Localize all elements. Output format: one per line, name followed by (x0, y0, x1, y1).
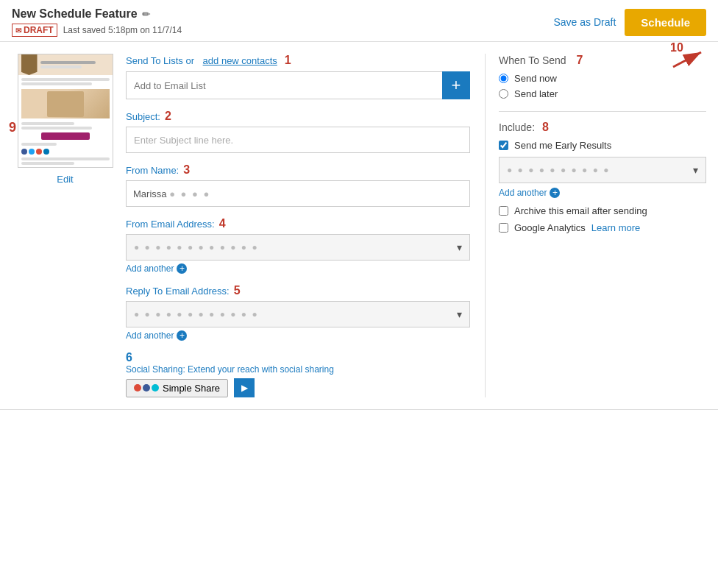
add-another-reply-button[interactable]: Add another + (126, 330, 470, 341)
tag-icon (21, 54, 38, 75)
archive-label: Archive this email after sending (514, 205, 647, 216)
step-4-label: 4 (219, 217, 226, 230)
include-email-blurred: ● ● ● ● ● ● ● ● ● ● (507, 165, 611, 175)
simple-share-label: Simple Share (163, 383, 220, 394)
plus-circle-icon: + (177, 263, 187, 274)
social-sharing-section: 6 Social Sharing: Extend your reach with… (126, 351, 470, 397)
send-now-row: Send now (499, 73, 706, 84)
from-email-label: From Email Address: 4 (126, 217, 470, 230)
step-2-label: 2 (165, 110, 171, 123)
preview-line (21, 162, 74, 165)
plus-circle-icon-2: + (177, 330, 187, 341)
share-icon-red (134, 384, 141, 392)
add-list-row: + (126, 71, 470, 99)
send-later-label: Send later (514, 88, 558, 99)
from-name-input[interactable] (126, 180, 470, 207)
reply-email-blurred: ● ● ● ● ● ● ● ● ● ● ● ● (134, 309, 259, 319)
preview-social-icons (21, 149, 110, 155)
social-sharing-label: 6 Social Sharing: Extend your reach with… (126, 351, 470, 375)
subject-input[interactable] (126, 127, 470, 153)
preview-panel: 9 (12, 54, 118, 397)
edit-link[interactable]: Edit (57, 174, 73, 185)
draft-row: ✉ DRAFT Last saved 5:18pm on 11/7/14 (12, 24, 182, 37)
preview-body (18, 75, 113, 168)
preview-image-block (21, 89, 110, 118)
preview-line (21, 122, 74, 125)
from-email-blurred: ● ● ● ● ● ● ● ● ● ● ● ● (134, 242, 259, 252)
preview-line (21, 127, 92, 130)
last-saved-text: Last saved 5:18pm on 11/7/14 (63, 25, 182, 35)
include-title: Include: 8 (499, 121, 706, 134)
add-another-from-button[interactable]: Add another + (126, 263, 470, 274)
step-6-label: 6 (126, 351, 132, 364)
step-5-label: 5 (234, 284, 241, 297)
analytics-checkbox[interactable] (499, 223, 508, 233)
top-left: New Schedule Feature ✏ ✉ DRAFT Last save… (12, 7, 182, 37)
from-name-section: From Name: 3 Marissa ● ● ● ● (126, 163, 470, 207)
analytics-label: Google Analytics (514, 222, 586, 233)
preview-cta-button (41, 132, 90, 140)
share-arrow-button[interactable]: ▶ (234, 378, 255, 397)
send-to-section: Send To Lists or add new contacts 1 + (126, 54, 470, 99)
add-another-include-button[interactable]: Add another + (499, 188, 706, 198)
plus-circle-icon-3: + (550, 188, 560, 198)
svg-line-1 (673, 52, 701, 67)
include-email-select-wrap: ● ● ● ● ● ● ● ● ● ● ▾ (499, 157, 706, 183)
share-icon-teal (152, 384, 159, 392)
arrow-icon (666, 49, 710, 71)
analytics-learn-more-link[interactable]: Learn more (591, 222, 640, 233)
schedule-button[interactable]: Schedule (625, 9, 706, 36)
reply-email-select[interactable]: ● ● ● ● ● ● ● ● ● ● ● ● ▾ (126, 301, 470, 327)
early-results-label: Send me Early Results (514, 140, 611, 151)
send-later-radio[interactable] (499, 89, 508, 99)
page-title-row: New Schedule Feature ✏ (12, 7, 182, 21)
step-3-label: 3 (183, 163, 190, 177)
chevron-down-icon-2: ▾ (457, 308, 462, 320)
page-title: New Schedule Feature (12, 7, 138, 21)
reply-email-label: Reply To Email Address: 5 (126, 284, 470, 297)
preview-line (40, 65, 82, 68)
annotation-10: 10 (695, 40, 710, 71)
from-email-section: From Email Address: 4 ● ● ● ● ● ● ● ● ● … (126, 217, 470, 274)
reply-email-section: Reply To Email Address: 5 ● ● ● ● ● ● ● … (126, 284, 470, 341)
from-email-select[interactable]: ● ● ● ● ● ● ● ● ● ● ● ● ▾ (126, 234, 470, 261)
save-draft-button[interactable]: Save as Draft (553, 16, 616, 28)
linkedin-preview-icon (43, 149, 49, 155)
preview-line (21, 82, 92, 85)
right-panel: When To Send 7 Send now Send later Inclu… (486, 54, 706, 397)
include-email-select[interactable]: ● ● ● ● ● ● ● ● ● ● ▾ (499, 157, 706, 183)
gplus-preview-icon (36, 149, 42, 155)
form-panel: Send To Lists or add new contacts 1 + Su… (118, 54, 486, 397)
draft-icon: ✉ (15, 26, 21, 35)
early-results-checkbox[interactable] (499, 141, 508, 150)
send-now-radio[interactable] (499, 74, 508, 83)
facebook-preview-icon (21, 149, 27, 155)
step-1-label: 1 (285, 54, 291, 67)
add-email-list-input[interactable] (126, 71, 442, 99)
include-section: Include: 8 Send me Early Results ● ● ● ●… (499, 121, 706, 233)
simple-share-button[interactable]: Simple Share (126, 379, 228, 397)
step-8-label: 8 (542, 121, 549, 134)
chevron-down-icon-3: ▾ (693, 164, 698, 176)
reply-email-select-wrap: ● ● ● ● ● ● ● ● ● ● ● ● ▾ (126, 301, 470, 327)
divider (499, 111, 706, 112)
step-9-label: 9 (9, 120, 16, 135)
add-contacts-link[interactable]: add new contacts (203, 55, 277, 66)
top-bar: New Schedule Feature ✏ ✉ DRAFT Last save… (0, 0, 718, 42)
twitter-preview-icon (29, 149, 35, 155)
preview-line (21, 78, 110, 81)
step-7-label: 7 (576, 54, 583, 66)
main-content: 9 (0, 42, 718, 410)
preview-header (18, 54, 113, 75)
preview-line (21, 157, 110, 160)
analytics-row: Google Analytics Learn more (499, 222, 706, 233)
edit-pencil-icon[interactable]: ✏ (142, 9, 150, 20)
archive-row: Archive this email after sending (499, 205, 706, 216)
send-to-label: Send To Lists or add new contacts 1 (126, 54, 470, 67)
share-icon-blue (143, 384, 150, 392)
archive-checkbox[interactable] (499, 206, 508, 216)
share-icons (134, 384, 159, 392)
from-name-label: From Name: 3 (126, 163, 470, 177)
email-preview-thumbnail (18, 54, 113, 168)
add-list-plus-button[interactable]: + (442, 71, 470, 99)
